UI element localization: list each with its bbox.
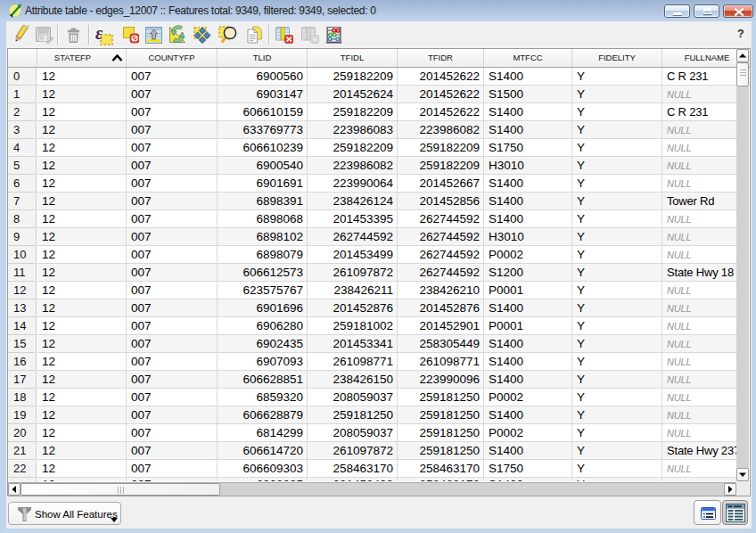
svg-text:ε: ε <box>95 25 103 43</box>
